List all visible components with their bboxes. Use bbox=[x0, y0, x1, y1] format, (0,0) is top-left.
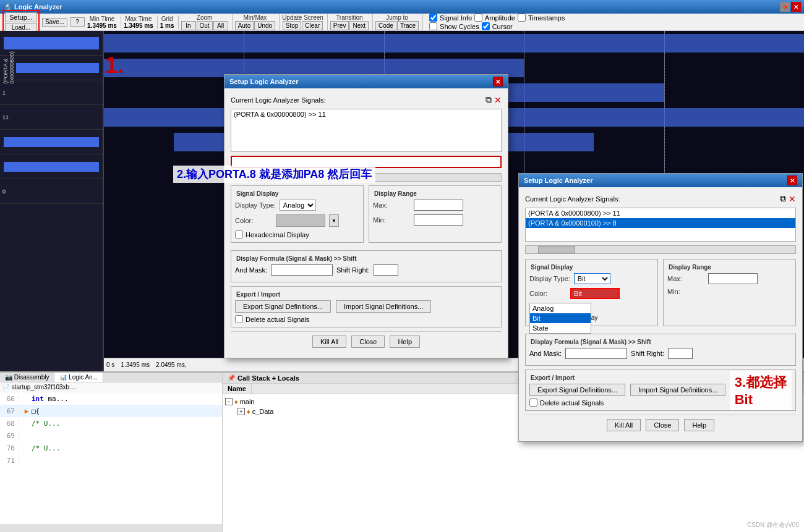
setup-button[interactable]: Setup... bbox=[5, 12, 37, 22]
dialog1-min-row: Min: 0x0 bbox=[373, 214, 497, 226]
close-button[interactable]: ✕ bbox=[791, 2, 801, 12]
step2-label: 2.输入PORTA.8 就是添加PA8 然后回车 bbox=[173, 166, 375, 183]
tab-disassembly[interactable]: 📷 Disassembly bbox=[0, 373, 54, 382]
dialog1-shiftright-input[interactable]: 8 bbox=[374, 264, 398, 276]
show-cycles-checkbox[interactable] bbox=[429, 22, 437, 30]
dialog1-andmask-row: And Mask: 0xFFFFFFFF Shift Right: 8 bbox=[235, 264, 497, 276]
dialog1: Setup Logic Analyzer ✕ Current Logic Ana… bbox=[224, 74, 508, 358]
clear-button[interactable]: Clear bbox=[302, 21, 323, 30]
dialog2-min-row: Min: bbox=[667, 288, 792, 295]
dialog2-title: Setup Logic Analyzer bbox=[524, 177, 592, 184]
dialog2-killall-button[interactable]: Kill All bbox=[607, 419, 641, 431]
dialog2-max-input[interactable]: 0xFFFF bbox=[708, 273, 758, 284]
dropdown-bit[interactable]: Bit bbox=[530, 313, 591, 323]
signal-info-checkbox[interactable] bbox=[429, 14, 437, 22]
dialog2-color-row: Color: Bit bbox=[529, 288, 654, 299]
dialog1-min-input[interactable]: 0x0 bbox=[414, 214, 463, 226]
jump-code-button[interactable]: Code bbox=[375, 21, 396, 30]
min-time-section: Min Time 1.3495 ms bbox=[87, 15, 121, 29]
tree-expand-cdata[interactable]: + bbox=[237, 408, 245, 415]
stop-button[interactable]: Stop bbox=[283, 21, 302, 30]
help-button[interactable]: ? bbox=[70, 17, 85, 27]
grid-value: 1 ms bbox=[160, 22, 174, 29]
min-time-value: 1.3495 ms bbox=[87, 22, 117, 29]
dialog2: Setup Logic Analyzer ✕ Current Logic Ana… bbox=[518, 173, 803, 442]
dialog2-delete-icon[interactable]: ✕ bbox=[789, 194, 796, 204]
code-panel: 📷 Disassembly 📊 Logic An... 📄 startup_st… bbox=[0, 371, 223, 532]
dialog2-help-button[interactable]: Help bbox=[684, 419, 714, 431]
dialog1-color-box bbox=[276, 214, 325, 227]
code-tabs: 📷 Disassembly 📊 Logic An... bbox=[0, 373, 222, 382]
dialog2-signals-row: Current Logic Analyzer Signals: ⧉ ✕ bbox=[525, 193, 796, 204]
signal-bar-1 bbox=[4, 37, 99, 49]
dialog2-signal-item-2[interactable]: (PORTA & 0x00000100) >> 8 bbox=[526, 218, 795, 228]
transition-section: Transition Prev Next bbox=[330, 14, 373, 30]
jump-trace-button[interactable]: Trace bbox=[397, 21, 419, 30]
dialog1-delete-checkbox[interactable] bbox=[235, 315, 243, 323]
prev-button[interactable]: Prev bbox=[330, 21, 349, 30]
tab-logic-an[interactable]: 📊 Logic An... bbox=[54, 373, 103, 382]
dialog2-copy-icon[interactable]: ⧉ bbox=[780, 193, 786, 204]
dialog1-import-button[interactable]: Import Signal Definitions... bbox=[336, 300, 431, 313]
signal-info-label: Signal Info bbox=[440, 14, 472, 22]
dialog1-hexdec-checkbox[interactable] bbox=[235, 230, 243, 239]
dialog2-scrollbar[interactable] bbox=[525, 245, 796, 254]
next-button[interactable]: Next bbox=[349, 21, 369, 30]
dialog2-color-label: Color: bbox=[529, 290, 567, 297]
dialog1-display-type-select[interactable]: Analog Bit State bbox=[280, 200, 316, 211]
signal-names-panel: (PORTA & 0x00000800) 1 11 0 bbox=[0, 31, 104, 371]
tree-expand-main[interactable]: − bbox=[225, 398, 233, 405]
dialog2-shiftright-input[interactable]: 8 bbox=[668, 348, 693, 359]
dialog2-import-button[interactable]: Import Signal Definitions... bbox=[630, 384, 725, 396]
dropdown-analog[interactable]: Analog bbox=[530, 303, 591, 313]
dialog1-delete-icon[interactable]: ✕ bbox=[494, 95, 502, 105]
dialog2-export-button[interactable]: Export Signal Definitions... bbox=[529, 384, 625, 396]
dialog1-signal-display-title: Signal Display bbox=[235, 190, 280, 197]
minmax-section: Min/Max Auto Undo bbox=[235, 14, 280, 30]
dialog1-andmask-label: And Mask: bbox=[235, 266, 267, 274]
zoom-in-button[interactable]: In bbox=[181, 21, 196, 30]
dialog1-max-input[interactable]: 0xFFFF bbox=[414, 200, 463, 211]
title-bar: 🔬 Logic Analyzer 📌 ✕ bbox=[0, 0, 804, 14]
code-scrollbar[interactable] bbox=[0, 525, 222, 532]
dialog1-signal-list: (PORTA & 0x00000800) >> 11 bbox=[231, 109, 502, 152]
dialog1-content: Current Logic Analyzer Signals: ⧉ ✕ (POR… bbox=[225, 88, 508, 358]
dialog2-close-button2[interactable]: Close bbox=[646, 419, 679, 431]
dialog1-killall-button[interactable]: Kill All bbox=[312, 336, 346, 348]
dialog2-max-row: Max: 0xFFFF bbox=[667, 273, 792, 284]
auto-button[interactable]: Auto bbox=[235, 21, 254, 30]
dialog1-signal-item-1[interactable]: (PORTA & 0x00000800) >> 11 bbox=[231, 109, 501, 119]
zoom-all-button[interactable]: All bbox=[213, 21, 228, 30]
cursor-checkbox[interactable] bbox=[482, 22, 490, 30]
dialog1-export-button[interactable]: Export Signal Definitions... bbox=[235, 300, 331, 313]
dialog2-color-box: Bit bbox=[570, 288, 620, 299]
dialog2-export-import-title: Export / Import bbox=[529, 374, 576, 381]
dialog1-close-button[interactable]: Close bbox=[351, 336, 385, 348]
timestamps-checkbox[interactable] bbox=[518, 14, 526, 22]
dialog2-delete-label: Delete actual Signals bbox=[540, 399, 604, 407]
minmax-label: Min/Max bbox=[243, 14, 267, 21]
dropdown-state[interactable]: State bbox=[530, 323, 591, 333]
dialog2-delete-checkbox[interactable] bbox=[529, 399, 537, 407]
dialog1-andmask-input[interactable]: 0xFFFFFFFF bbox=[271, 264, 333, 276]
dialog2-close-button[interactable]: ✕ bbox=[787, 175, 797, 185]
time-mid2: 2.0495 ms, bbox=[156, 361, 186, 368]
dialog2-display-type-select[interactable]: Bit Analog State bbox=[574, 273, 610, 284]
pin-button[interactable]: 📌 bbox=[780, 2, 790, 12]
dialog2-titlebar: Setup Logic Analyzer ✕ bbox=[519, 174, 802, 187]
dialog1-copy-icon[interactable]: ⧉ bbox=[485, 95, 492, 105]
time-mid1: 1.3495 ms bbox=[121, 361, 150, 368]
undo-button[interactable]: Undo bbox=[254, 21, 275, 30]
save-button[interactable]: Save... bbox=[42, 18, 67, 27]
dialog2-andmask-input[interactable]: 0x00000100 bbox=[565, 348, 627, 359]
dialog1-help-button[interactable]: Help bbox=[390, 336, 420, 348]
dialog1-close-button[interactable]: ✕ bbox=[493, 77, 503, 87]
update-section: Update Screen Stop Clear bbox=[282, 14, 328, 30]
dialog1-formula: Display Formula (Signal & Mask) >> Shift… bbox=[231, 250, 502, 282]
code-line-70: 70 /* U... bbox=[0, 442, 222, 454]
dialog1-color-dropdown[interactable]: ▼ bbox=[329, 214, 339, 227]
dialog2-signal-item-1[interactable]: (PORTA & 0x00000800) >> 11 bbox=[526, 208, 795, 218]
amplitude-checkbox[interactable] bbox=[474, 14, 482, 22]
zoom-out-button[interactable]: Out bbox=[197, 21, 213, 30]
max-time-label: Max Time bbox=[125, 15, 152, 22]
